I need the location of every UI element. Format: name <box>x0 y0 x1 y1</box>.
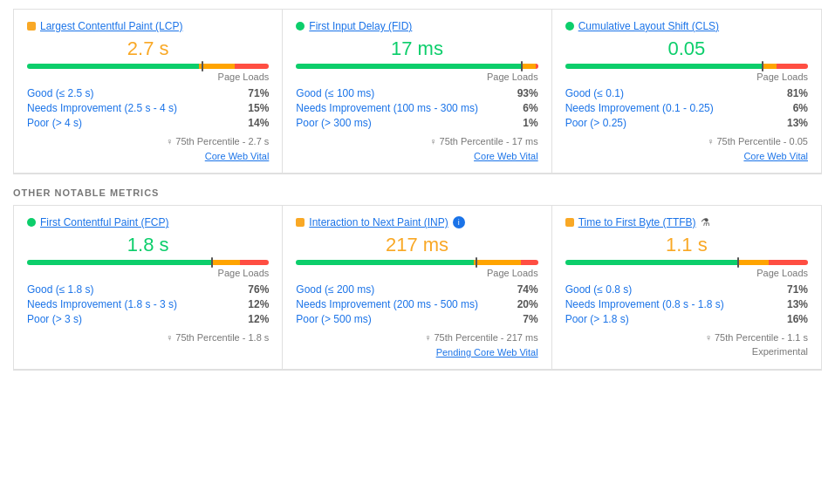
inp-stat-label-1: Needs Improvement (200 ms - 500 ms) <box>296 298 478 310</box>
fcp-percentile-icon: ♀ <box>166 332 173 343</box>
lcp-bar-indicator <box>202 61 203 72</box>
cls-progress-bar <box>565 64 808 69</box>
lcp-icon <box>27 22 36 31</box>
ttfb-bar-orange <box>737 260 769 265</box>
cls-bar-orange <box>762 64 777 69</box>
lcp-stat-row-1: Needs Improvement (2.5 s - 4 s)15% <box>27 102 269 114</box>
fcp-stat-row-2: Poor (> 3 s)12% <box>27 313 269 325</box>
fcp-progress-bar <box>27 260 269 265</box>
ttfb-lab-icon: ⚗ <box>701 216 710 228</box>
cls-value: 0.05 <box>565 37 808 60</box>
lcp-stat-row-0: Good (≤ 2.5 s)71% <box>27 87 269 99</box>
fid-percentile: ♀75th Percentile - 17 ms <box>296 136 537 146</box>
inp-bar-green <box>296 260 473 265</box>
cls-bar-green <box>565 64 762 69</box>
inp-stat-value-1: 20% <box>517 298 538 310</box>
inp-stat-label-0: Good (≤ 200 ms) <box>296 283 374 296</box>
inp-stat-label-2: Poor (> 500 ms) <box>296 313 371 325</box>
inp-stat-row-1: Needs Improvement (200 ms - 500 ms)20% <box>296 298 537 310</box>
metric-card-inp: Interaction to Next Paint (INP)i217 msPa… <box>283 206 551 370</box>
fid-title[interactable]: First Input Delay (FID) <box>309 20 412 32</box>
metric-card-fid: First Input Delay (FID)17 msPage LoadsGo… <box>283 10 551 174</box>
inp-bar-orange <box>474 260 522 265</box>
inp-pending-link: Pending Core Web Vital <box>296 346 537 358</box>
fid-percentile-icon: ♀ <box>429 136 436 146</box>
inp-pending-anchor[interactable]: Pending Core Web Vital <box>436 347 538 358</box>
ttfb-bar-indicator <box>737 257 739 268</box>
cls-title[interactable]: Cumulative Layout Shift (CLS) <box>578 20 719 32</box>
fid-value: 17 ms <box>296 37 537 60</box>
lcp-stat-row-2: Poor (> 4 s)14% <box>27 117 269 129</box>
lcp-stat-value-1: 15% <box>248 102 269 114</box>
inp-percentile: ♀75th Percentile - 217 ms <box>296 332 537 343</box>
fcp-bar-orange <box>211 260 240 265</box>
ttfb-stat-label-2: Poor (> 1.8 s) <box>565 313 629 325</box>
lcp-bar-red <box>235 64 269 69</box>
cls-percentile-icon: ♀ <box>707 136 714 146</box>
inp-title[interactable]: Interaction to Next Paint (INP) <box>309 216 448 228</box>
inp-info-icon[interactable]: i <box>453 216 465 228</box>
ttfb-stat-row-0: Good (≤ 0.8 s)71% <box>565 283 808 296</box>
cls-stat-row-0: Good (≤ 0.1)81% <box>565 87 808 99</box>
fid-bar-orange <box>521 64 536 69</box>
core-web-vitals-grid: Largest Contentful Paint (LCP)2.7 sPage … <box>13 9 822 174</box>
ttfb-percentile-text: 75th Percentile - 1.1 s <box>715 332 808 343</box>
inp-bar-indicator <box>476 257 477 268</box>
fid-core-web-vital-anchor[interactable]: Core Web Vital <box>474 151 538 161</box>
lcp-stat-label-0: Good (≤ 2.5 s) <box>27 87 94 99</box>
ttfb-stat-value-2: 16% <box>787 313 808 325</box>
inp-percentile-icon: ♀ <box>424 332 431 343</box>
inp-percentile-text: 75th Percentile - 217 ms <box>434 332 537 343</box>
fcp-stat-label-0: Good (≤ 1.8 s) <box>27 283 94 296</box>
lcp-title[interactable]: Largest Contentful Paint (LCP) <box>40 20 182 32</box>
fid-stat-value-1: 6% <box>523 102 537 114</box>
ttfb-percentile: ♀75th Percentile - 1.1 s <box>565 332 808 343</box>
cls-stat-value-0: 81% <box>787 87 808 99</box>
fid-stat-row-0: Good (≤ 100 ms)93% <box>296 87 537 99</box>
fcp-stat-row-1: Needs Improvement (1.8 s - 3 s)12% <box>27 298 269 310</box>
lcp-stat-label-2: Poor (> 4 s) <box>27 117 82 129</box>
lcp-percentile: ♀75th Percentile - 2.7 s <box>27 136 269 146</box>
lcp-core-web-vital-anchor[interactable]: Core Web Vital <box>205 151 270 161</box>
fcp-bar-indicator <box>211 257 213 268</box>
ttfb-percentile-icon: ♀ <box>705 332 712 343</box>
metrics-container: Largest Contentful Paint (LCP)2.7 sPage … <box>0 0 835 379</box>
ttfb-stat-value-1: 13% <box>787 298 808 310</box>
fcp-page-loads-label: Page Loads <box>27 268 269 278</box>
fid-stat-row-1: Needs Improvement (100 ms - 300 ms)6% <box>296 102 537 114</box>
ttfb-progress-bar <box>565 260 808 265</box>
ttfb-page-loads-label: Page Loads <box>565 268 808 278</box>
cls-stat-label-1: Needs Improvement (0.1 - 0.25) <box>565 102 714 114</box>
fcp-stat-value-2: 12% <box>248 313 269 325</box>
fcp-percentile: ♀75th Percentile - 1.8 s <box>27 332 269 343</box>
ttfb-icon <box>565 218 574 227</box>
metric-card-ttfb: Time to First Byte (TTFB)⚗1.1 sPage Load… <box>552 206 821 370</box>
lcp-progress-container <box>27 64 269 69</box>
fcp-title[interactable]: First Contentful Paint (FCP) <box>40 216 168 228</box>
ttfb-bar-green <box>565 260 738 265</box>
cls-stat-label-0: Good (≤ 0.1) <box>565 87 624 99</box>
ttfb-stat-row-2: Poor (> 1.8 s)16% <box>565 313 808 325</box>
fcp-stat-label-1: Needs Improvement (1.8 s - 3 s) <box>27 298 177 310</box>
cls-core-web-vital-anchor[interactable]: Core Web Vital <box>743 151 808 161</box>
fid-bar-green <box>296 64 521 69</box>
fcp-stat-value-1: 12% <box>248 298 269 310</box>
ttfb-title[interactable]: Time to First Byte (TTFB) <box>578 216 696 228</box>
inp-progress-bar <box>296 260 537 265</box>
lcp-core-web-vital-link: Core Web Vital <box>27 150 269 162</box>
ttfb-progress-container <box>565 260 808 265</box>
inp-bar-red <box>521 260 537 265</box>
fid-stat-label-0: Good (≤ 100 ms) <box>296 87 374 99</box>
fid-progress-bar <box>296 64 537 69</box>
cls-stat-value-1: 6% <box>793 102 808 114</box>
lcp-value: 2.7 s <box>27 37 269 60</box>
ttfb-stat-row-1: Needs Improvement (0.8 s - 1.8 s)13% <box>565 298 808 310</box>
cls-bar-red <box>777 64 808 69</box>
ttfb-experimental-label: Experimental <box>565 346 808 357</box>
fid-core-web-vital-link: Core Web Vital <box>296 150 537 162</box>
fcp-stat-row-0: Good (≤ 1.8 s)76% <box>27 283 269 296</box>
inp-icon <box>296 218 305 227</box>
lcp-stat-value-2: 14% <box>248 117 269 129</box>
inp-value: 217 ms <box>296 234 537 256</box>
lcp-progress-bar <box>27 64 269 69</box>
